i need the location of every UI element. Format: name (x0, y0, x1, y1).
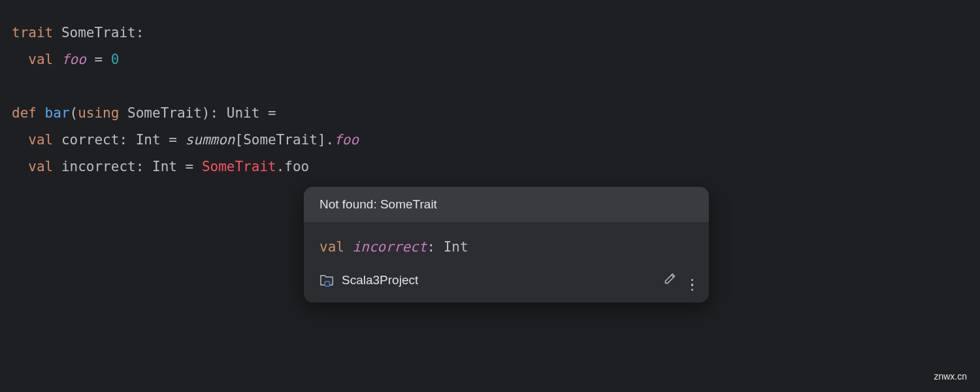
paren-open: ( (70, 105, 78, 121)
sig-colon: : (427, 239, 435, 255)
bracket-open: [ (235, 132, 243, 148)
var-type: Int (136, 132, 161, 148)
more-options-icon[interactable] (691, 269, 694, 291)
project-name: Scala3Project (342, 273, 418, 287)
colon: : (136, 25, 144, 41)
param-type: SomeTrait (127, 105, 202, 121)
number-literal: 0 (111, 52, 120, 67)
tooltip-error-message: Not found: SomeTrait (304, 187, 709, 222)
equals: = (268, 105, 276, 121)
member-foo: foo (61, 52, 86, 67)
return-type: Unit (227, 105, 260, 121)
error-tooltip: Not found: SomeTrait val incorrect: Int … (304, 187, 709, 302)
keyword-val: val (28, 132, 53, 148)
svg-rect-0 (325, 281, 329, 286)
function-name: bar (45, 105, 70, 121)
error-identifier: SomeTrait (202, 159, 276, 174)
edit-icon[interactable] (664, 272, 677, 288)
keyword-trait: trait (12, 25, 53, 41)
sig-name: incorrect (353, 239, 427, 255)
keyword-val: val (28, 52, 53, 67)
var-type: Int (152, 159, 177, 174)
equals: = (186, 159, 194, 174)
bracket-close: ]. (318, 132, 334, 148)
summon-type: SomeTrait (243, 132, 318, 148)
code-editor[interactable]: trait SomeTrait: val foo = 0 def bar(usi… (0, 0, 980, 200)
folder-icon (319, 274, 334, 287)
tooltip-signature: val incorrect: Int (319, 239, 693, 255)
equals: = (169, 132, 177, 148)
equals: = (94, 52, 103, 67)
paren-close: ): (202, 105, 218, 121)
trait-name: SomeTrait (61, 25, 136, 41)
keyword-val: val (28, 159, 53, 174)
keyword-using: using (78, 105, 119, 121)
sig-type: Int (444, 239, 468, 255)
tooltip-project-info: Scala3Project (319, 273, 418, 287)
summon-call: summon (186, 132, 235, 148)
var-name: correct: (61, 132, 127, 148)
tooltip-body: val incorrect: Int Scala3Project (304, 222, 709, 302)
dot-foo: .foo (276, 159, 310, 174)
watermark: znwx.cn (934, 371, 967, 382)
keyword-val: val (319, 239, 344, 255)
var-name: incorrect: (61, 159, 144, 174)
tooltip-footer: Scala3Project (319, 269, 693, 291)
member-foo: foo (334, 132, 359, 148)
keyword-def: def (12, 105, 37, 121)
